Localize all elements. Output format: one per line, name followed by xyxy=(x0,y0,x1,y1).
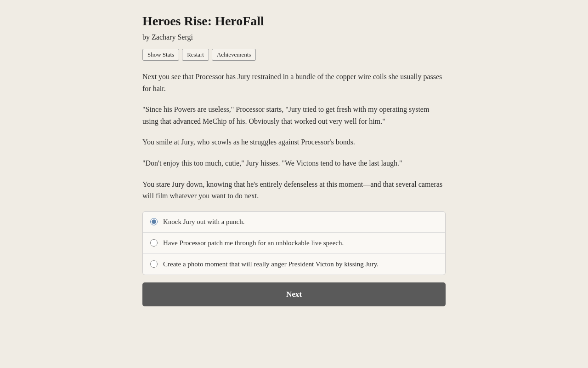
choice-radio-1[interactable] xyxy=(150,218,158,225)
story-paragraph-3: You smile at Jury, who scowls as he stru… xyxy=(142,136,446,148)
choice-item-2[interactable]: Have Processor patch me through for an u… xyxy=(143,233,445,254)
toolbar: Show Stats Restart Achievements xyxy=(142,49,446,61)
game-author: by Zachary Sergi xyxy=(142,33,446,41)
choice-label-1: Knock Jury out with a punch. xyxy=(163,218,244,226)
story-paragraph-2: "Since his Powers are useless," Processo… xyxy=(142,104,446,127)
show-stats-button[interactable]: Show Stats xyxy=(142,49,179,61)
story-paragraph-4: "Don't enjoy this too much, cutie," Jury… xyxy=(142,157,446,169)
choices-container: Knock Jury out with a punch. Have Proces… xyxy=(142,211,446,275)
achievements-button[interactable]: Achievements xyxy=(212,49,256,61)
choice-radio-3[interactable] xyxy=(150,260,158,268)
choice-item-1[interactable]: Knock Jury out with a punch. xyxy=(143,212,445,233)
story-paragraph-1: Next you see that Processor has Jury res… xyxy=(142,71,446,94)
choice-label-2: Have Processor patch me through for an u… xyxy=(163,239,344,247)
choice-item-3[interactable]: Create a photo moment that will really a… xyxy=(143,254,445,275)
next-button[interactable]: Next xyxy=(142,282,446,306)
choice-radio-2[interactable] xyxy=(150,239,158,247)
story-paragraph-5: You stare Jury down, knowing that he's e… xyxy=(142,178,446,202)
game-title: Heroes Rise: HeroFall xyxy=(142,14,446,29)
restart-button[interactable]: Restart xyxy=(182,49,209,61)
story-text: Next you see that Processor has Jury res… xyxy=(142,71,446,202)
page-container: Heroes Rise: HeroFall by Zachary Sergi S… xyxy=(133,0,455,320)
choice-label-3: Create a photo moment that will really a… xyxy=(163,260,379,268)
